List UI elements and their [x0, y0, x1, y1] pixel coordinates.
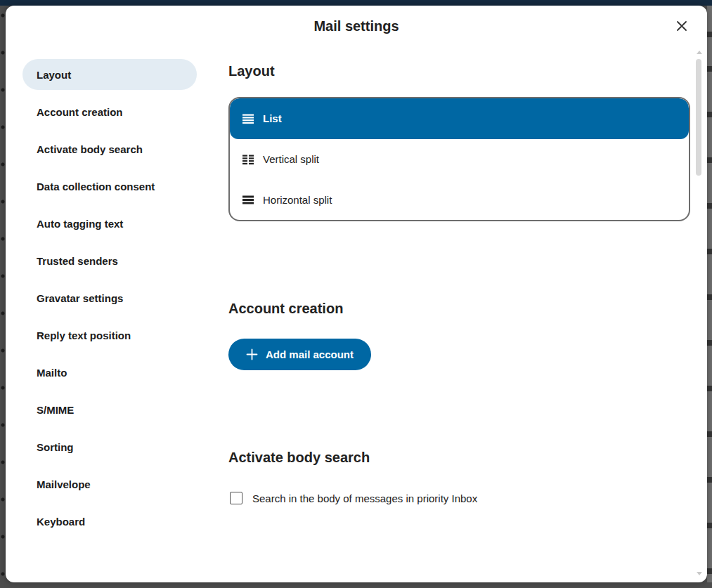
dimmed-sidebar-backdrop [0, 6, 6, 588]
sidebar-item-layout[interactable]: Layout [22, 59, 197, 90]
sidebar-item-label: Keyboard [37, 516, 85, 528]
scrollbar[interactable] [695, 48, 703, 578]
sidebar-item-label: Data collection consent [37, 181, 155, 192]
scrollbar-down-arrow-icon[interactable] [697, 572, 702, 575]
sidebar-item-mailvelope[interactable]: Mailvelope [22, 469, 197, 499]
sidebar-item-label: Account creation [37, 106, 123, 118]
layout-option-list[interactable]: List [230, 98, 689, 139]
account-creation-section-heading: Account creation [228, 300, 343, 317]
sidebar-item-gravatar-settings[interactable]: Gravatar settings [22, 282, 197, 313]
dimmed-bottom-backdrop [0, 582, 712, 588]
sidebar-item-label: Mailvelope [37, 478, 91, 490]
layout-option-horizontal-split[interactable]: Horizontal split [230, 179, 689, 220]
sidebar-item-reply-text-position[interactable]: Reply text position [22, 320, 197, 351]
sidebar-item-label: Mailto [37, 367, 67, 379]
sidebar-item-sorting[interactable]: Sorting [22, 431, 197, 462]
settings-content: Layout List [228, 6, 690, 582]
vertical-split-icon [242, 154, 254, 165]
sidebar-item-label: Auto tagging text [37, 218, 123, 230]
layout-option-label: Vertical split [263, 153, 319, 165]
scrollbar-up-arrow-icon[interactable] [697, 51, 702, 54]
sidebar-item-label: Layout [37, 69, 71, 81]
list-icon [242, 113, 254, 124]
layout-option-label: List [263, 112, 282, 124]
sidebar-item-smime[interactable]: S/MIME [22, 394, 197, 425]
sidebar-item-label: S/MIME [37, 404, 74, 416]
body-search-checkbox-row: Search in the body of messages in priori… [230, 492, 477, 504]
sidebar-item-keyboard[interactable]: Keyboard [22, 506, 197, 537]
dimmed-app-header-backdrop [0, 0, 712, 6]
sidebar-item-label: Sorting [37, 441, 74, 453]
plus-icon [246, 348, 258, 360]
layout-selector: List Vertical split [228, 97, 690, 221]
add-mail-account-label: Add mail account [266, 348, 354, 360]
sidebar-item-mailto[interactable]: Mailto [22, 357, 197, 388]
settings-nav: Layout Account creation Activate body se… [22, 59, 197, 543]
sidebar-item-label: Activate body search [37, 143, 143, 155]
body-search-checkbox[interactable] [230, 492, 242, 504]
sidebar-item-label: Trusted senders [37, 255, 118, 267]
horizontal-split-icon [242, 194, 254, 205]
body-search-checkbox-label: Search in the body of messages in priori… [252, 492, 477, 504]
sidebar-item-trusted-senders[interactable]: Trusted senders [22, 245, 197, 276]
sidebar-item-account-creation[interactable]: Account creation [22, 96, 197, 127]
body-search-section-heading: Activate body search [228, 449, 370, 466]
sidebar-item-data-collection-consent[interactable]: Data collection consent [22, 171, 197, 202]
sidebar-item-label: Reply text position [37, 329, 131, 341]
add-mail-account-button[interactable]: Add mail account [228, 339, 371, 370]
layout-section-heading: Layout [228, 63, 275, 79]
mail-settings-dialog: Mail settings Layout Account creation Ac… [6, 6, 707, 582]
scrollbar-thumb[interactable] [696, 59, 701, 176]
sidebar-item-activate-body-search[interactable]: Activate body search [22, 133, 197, 164]
dimmed-content-backdrop [707, 6, 712, 588]
sidebar-item-auto-tagging-text[interactable]: Auto tagging text [22, 208, 197, 239]
layout-option-label: Horizontal split [263, 194, 332, 206]
sidebar-item-label: Gravatar settings [37, 292, 123, 304]
layout-option-vertical-split[interactable]: Vertical split [230, 139, 689, 180]
